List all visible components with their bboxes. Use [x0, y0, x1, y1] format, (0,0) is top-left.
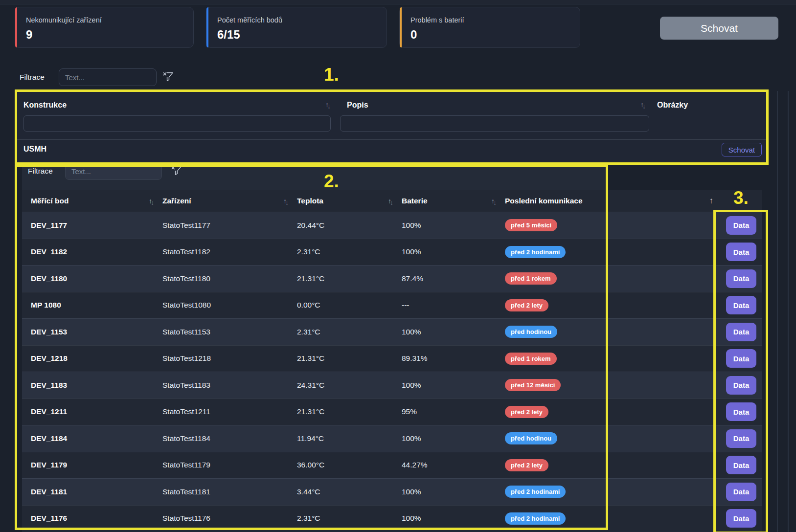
last-communication-badge: před 2 hodinami — [505, 246, 566, 258]
cell-device: StatoTest1177 — [162, 221, 297, 230]
filter-x-icon[interactable] — [162, 71, 174, 84]
data-button[interactable]: Data — [726, 376, 756, 395]
cell-temp: 3.44°C — [297, 488, 402, 496]
last-communication-badge: před 2 hodinami — [505, 486, 566, 498]
column-header-posledni-komunikace: Poslední komunikace — [505, 197, 583, 205]
cell-battery: 100% — [402, 247, 505, 256]
cell-temp: 11.94°C — [297, 434, 402, 443]
column-header-konstrukce[interactable]: Konstrukce — [23, 101, 67, 110]
filter-text-input[interactable] — [59, 68, 157, 86]
cell-point: DEV_1179 — [31, 461, 162, 469]
cell-battery: 100% — [402, 434, 505, 443]
last-communication-badge: před 2 lety — [505, 406, 548, 418]
cell-temp: 0.00°C — [297, 301, 402, 310]
cell-battery: 100% — [402, 381, 505, 390]
cell-temp: 36.00°C — [297, 461, 402, 469]
cell-point: DEV_1180 — [31, 274, 162, 283]
last-communication-badge: před hodinou — [505, 326, 557, 338]
data-button[interactable]: Data — [726, 296, 756, 314]
cell-point: DEV_1184 — [31, 434, 162, 443]
data-button[interactable]: Data — [726, 402, 756, 421]
measuring-points-table: Měřící bod ↑↓ Zařízení ↑↓ Teplota ↑↓ Bat… — [22, 190, 762, 532]
sort-icon[interactable]: ↑↓ — [325, 101, 329, 108]
stat-value: 9 — [26, 28, 32, 42]
stat-label: Nekomunikující zařízení — [26, 16, 102, 24]
sort-icon[interactable]: ↑↓ — [388, 198, 392, 204]
stat-value: 6/15 — [217, 28, 240, 42]
stat-value: 0 — [410, 28, 417, 42]
sort-ascending-icon[interactable]: ↑ — [709, 196, 714, 206]
cell-temp: 2.31°C — [297, 247, 402, 256]
device-row: DEV_1183 StatoTest1183 24.31°C 100% před… — [22, 372, 762, 399]
last-communication-badge: před 1 rokem — [505, 272, 557, 285]
hide-button[interactable]: Schovat — [660, 17, 778, 40]
cell-point: MP 1080 — [31, 301, 162, 310]
stat-card-measuring-points: Počet měřících bodů 6/15 — [206, 7, 387, 48]
cell-device: StatoTest1181 — [162, 488, 297, 496]
cell-battery: 100% — [402, 488, 505, 496]
dashboard: Nekomunikující zařízení 9 Počet měřících… — [0, 0, 796, 532]
sort-icon[interactable]: ↑↓ — [149, 198, 153, 204]
data-button[interactable]: Data — [726, 323, 756, 341]
filter-x-icon[interactable] — [171, 165, 182, 178]
column-header-obrazky: Obrázky — [657, 101, 688, 110]
data-button[interactable]: Data — [726, 216, 756, 235]
column-header-teplota: Teplota — [297, 197, 323, 205]
last-communication-badge: před 2 lety — [505, 459, 548, 471]
cell-point: DEV_1183 — [31, 381, 162, 390]
construction-row-usmh[interactable]: USMH — [23, 145, 46, 154]
column-header-merici-bod: Měřící bod — [31, 197, 69, 205]
device-table-body: DEV_1177 StatoTest1177 20.44°C 100% před… — [22, 212, 762, 532]
last-communication-badge: před 5 měsíci — [505, 219, 557, 231]
column-header-zarizeni: Zařízení — [162, 197, 191, 205]
card-accent-amber — [400, 7, 402, 47]
stat-label: Problém s baterií — [410, 16, 464, 24]
cell-battery: 44.27% — [402, 461, 505, 469]
last-communication-badge: před 12 měsíci — [505, 379, 561, 391]
cell-temp: 21.31°C — [297, 274, 402, 283]
cell-battery: 100% — [402, 328, 505, 336]
sort-icon[interactable]: ↑↓ — [640, 101, 644, 108]
cell-device: StatoTest1218 — [162, 354, 297, 363]
sort-icon[interactable]: ↑↓ — [283, 198, 287, 204]
device-row: DEV_1176 StatoTest1176 2.31°C 100% před … — [22, 505, 762, 532]
cell-device: StatoTest1080 — [162, 301, 297, 310]
popis-filter-input[interactable] — [340, 115, 649, 132]
cell-temp: 24.31°C — [297, 381, 402, 390]
konstrukce-filter-input[interactable] — [23, 115, 331, 132]
cell-device: StatoTest1184 — [162, 434, 297, 443]
cell-device: StatoTest1211 — [162, 407, 297, 416]
card-accent-blue — [206, 7, 208, 47]
device-row: DEV_1182 StatoTest1182 2.31°C 100% před … — [22, 239, 762, 266]
cell-device: StatoTest1176 — [162, 514, 297, 523]
cell-battery: 89.31% — [402, 354, 505, 363]
stat-card-noncommunicating-devices: Nekomunikující zařízení 9 — [15, 7, 194, 48]
data-button[interactable]: Data — [726, 509, 756, 528]
device-row: MP 1080 StatoTest1080 0.00°C --- před 2 … — [22, 292, 762, 319]
device-row: DEV_1211 StatoTest1211 21.31°C 95% před … — [22, 399, 762, 425]
annotation-label-1: 1. — [324, 65, 339, 85]
cell-temp: 2.31°C — [297, 514, 402, 523]
data-button[interactable]: Data — [726, 456, 756, 474]
cell-point: DEV_1218 — [31, 354, 162, 363]
data-button[interactable]: Data — [726, 269, 756, 288]
device-filter-text-input[interactable] — [65, 162, 162, 180]
sort-icon[interactable]: ↑↓ — [491, 198, 495, 204]
data-button[interactable]: Data — [726, 243, 756, 261]
last-communication-badge: před 1 rokem — [505, 353, 557, 365]
cell-device: StatoTest1182 — [162, 247, 297, 256]
cell-point: DEV_1177 — [31, 221, 162, 230]
filter-label: Filtrace — [20, 73, 45, 82]
device-row: DEV_1218 StatoTest1218 21.31°C 89.31% př… — [22, 345, 762, 372]
device-row: DEV_1184 StatoTest1184 11.94°C 100% před… — [22, 425, 762, 452]
data-button[interactable]: Data — [726, 429, 756, 448]
cell-device: StatoTest1183 — [162, 381, 297, 390]
hide-construction-button[interactable]: Schovat — [722, 143, 762, 156]
data-button[interactable]: Data — [726, 349, 756, 368]
column-header-popis[interactable]: Popis — [347, 101, 368, 110]
cell-battery: 100% — [402, 221, 505, 230]
cell-battery: 100% — [402, 514, 505, 523]
device-row: DEV_1153 StatoTest1153 2.31°C 100% před … — [22, 318, 762, 345]
data-button[interactable]: Data — [726, 483, 756, 501]
cell-device: StatoTest1179 — [162, 461, 297, 469]
